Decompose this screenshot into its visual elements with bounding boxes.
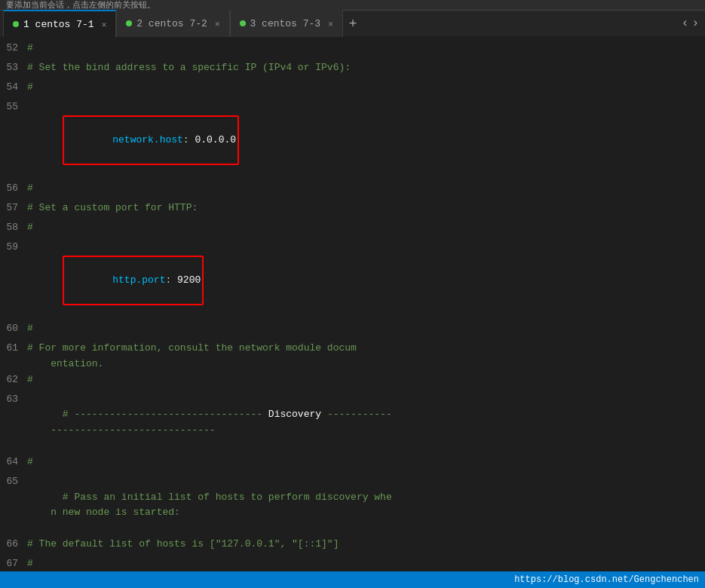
http-port-value: 9200	[177, 274, 201, 286]
line-content-54: #	[27, 80, 705, 96]
tab-nav-left[interactable]: ‹	[682, 17, 689, 30]
http-port-highlight: http.port: 9200	[63, 256, 204, 305]
http-port-key: http.port	[112, 274, 165, 286]
status-bar: https://blog.csdn.net/Gengchenchen	[0, 571, 705, 588]
line-content-67: #	[27, 556, 705, 571]
network-host-key: network.host	[112, 134, 183, 145]
line-num-63: 63	[0, 392, 27, 408]
code-line-56: 56 #	[0, 181, 705, 201]
code-line-58: 58 #	[0, 220, 705, 240]
tab-3-dot	[240, 20, 246, 26]
code-line-53: 53 # Set the bind address to a specific …	[0, 60, 705, 80]
tab-2-close[interactable]: ✕	[215, 19, 220, 29]
line-num-53: 53	[0, 60, 27, 76]
tab-nav: ‹ ›	[682, 17, 705, 30]
code-line-54: 54 #	[0, 80, 705, 100]
line-content-59: http.port: 9200	[27, 240, 705, 321]
tab-3-close[interactable]: ✕	[328, 19, 333, 29]
line-content-66: # The default list of hosts is ["127.0.0…	[27, 537, 705, 553]
line-num-60: 60	[0, 321, 27, 337]
line-num-58: 58	[0, 220, 27, 236]
code-line-67: 67 #	[0, 556, 705, 571]
tab-1[interactable]: 1 centos 7-1 ✕	[3, 10, 116, 37]
line-num-54: 54	[0, 80, 27, 96]
code-line-52: 52 #	[0, 41, 705, 60]
line-num-55: 55	[0, 100, 27, 115]
tab-1-label: 1 centos 7-1	[23, 19, 94, 30]
tab-bar: 1 centos 7-1 ✕ 2 centos 7-2 ✕ 3 centos 7…	[0, 11, 705, 38]
code-line-62: 62 #	[0, 372, 705, 392]
tab-3[interactable]: 3 centos 7-3 ✕	[230, 10, 343, 37]
line-num-59: 59	[0, 240, 27, 256]
tab-3-label: 3 centos 7-3	[250, 18, 321, 29]
code-line-60: 60 #	[0, 321, 705, 341]
tab-2-dot	[126, 20, 132, 26]
line-content-56: #	[27, 181, 705, 197]
tab-add-button[interactable]: +	[343, 16, 363, 32]
line-content-62: #	[27, 372, 705, 388]
tab-1-dot	[13, 21, 19, 27]
line-content-60: #	[27, 321, 705, 337]
line-num-62: 62	[0, 372, 27, 388]
line-num-66: 66	[0, 537, 27, 553]
tab-2-label: 2 centos 7-2	[136, 18, 207, 29]
line-num-56: 56	[0, 181, 27, 197]
code-line-61: 61 # For more information, consult the n…	[0, 341, 705, 372]
status-url: https://blog.csdn.net/Gengchenchen	[514, 574, 699, 585]
tab-2[interactable]: 2 centos 7-2 ✕	[116, 10, 229, 37]
line-num-57: 57	[0, 201, 27, 216]
top-bar: 要添加当前会话，点击左侧的前关按钮。	[0, 0, 705, 11]
code-area: 52 # 53 # Set the bind address to a spec…	[0, 38, 705, 571]
code-line-63: 63 # -------------------------------- Di…	[0, 392, 705, 455]
code-line-64: 64 #	[0, 455, 705, 474]
top-bar-message: 要添加当前会话，点击左侧的前关按钮。	[6, 0, 155, 11]
line-num-65: 65	[0, 474, 27, 490]
line-content-61: # For more information, consult the netw…	[27, 341, 705, 372]
tab-1-close[interactable]: ✕	[102, 20, 107, 29]
code-line-65: 65 # Pass an initial list of hosts to pe…	[0, 474, 705, 537]
network-host-highlight: network.host: 0.0.0.0	[63, 115, 239, 165]
code-line-66: 66 # The default list of hosts is ["127.…	[0, 537, 705, 556]
line-num-67: 67	[0, 556, 27, 571]
line-content-57: # Set a custom port for HTTP:	[27, 201, 705, 216]
line-content-53: # Set the bind address to a specific IP …	[27, 60, 705, 76]
line-content-55: network.host: 0.0.0.0	[27, 100, 705, 181]
tab-nav-right[interactable]: ›	[691, 17, 699, 30]
code-line-55: 55 network.host: 0.0.0.0	[0, 100, 705, 181]
line-num-64: 64	[0, 455, 27, 470]
line-num-61: 61	[0, 341, 27, 357]
line-content-64: #	[27, 455, 705, 470]
line-content-58: #	[27, 220, 705, 236]
code-line-59: 59 http.port: 9200	[0, 240, 705, 321]
line-content-63: # -------------------------------- Disco…	[27, 392, 705, 455]
network-host-value: 0.0.0.0	[195, 134, 236, 145]
line-content-52: #	[27, 41, 705, 57]
line-content-65: # Pass an initial list of hosts to perfo…	[27, 474, 705, 537]
line-num-52: 52	[0, 41, 27, 57]
code-line-57: 57 # Set a custom port for HTTP:	[0, 201, 705, 220]
